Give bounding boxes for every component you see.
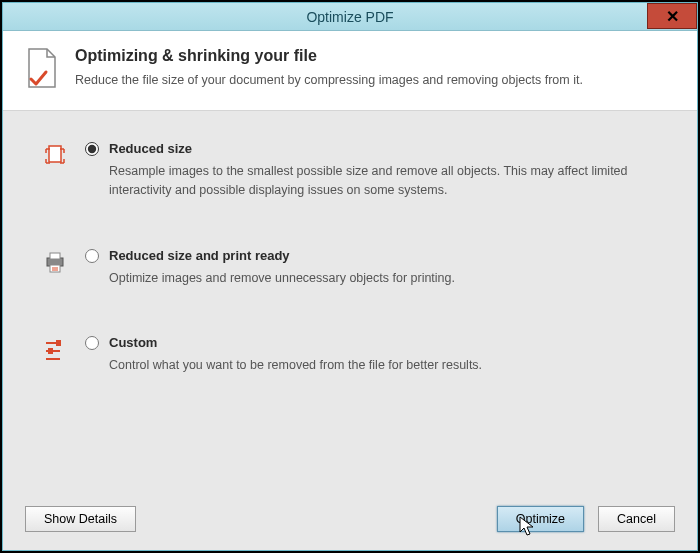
- window-title: Optimize PDF: [3, 9, 697, 25]
- svg-rect-2: [50, 253, 60, 259]
- optimize-pdf-dialog: Optimize PDF ✕ Optimizing & shrinking yo…: [2, 2, 698, 551]
- radio-reduced-size[interactable]: [85, 142, 99, 156]
- radio-custom[interactable]: [85, 336, 99, 350]
- option-label: Custom: [109, 335, 657, 350]
- close-button[interactable]: ✕: [647, 3, 697, 29]
- dialog-heading: Optimizing & shrinking your file: [75, 47, 583, 65]
- dialog-footer: Show Details Optimize Cancel: [3, 494, 697, 550]
- close-icon: ✕: [666, 7, 679, 26]
- svg-rect-9: [48, 348, 53, 354]
- option-description: Optimize images and remove unnecessary o…: [109, 269, 657, 288]
- option-print-ready-click[interactable]: Reduced size and print ready Optimize im…: [109, 248, 657, 288]
- option-custom-click[interactable]: Custom Control what you want to be remov…: [109, 335, 657, 375]
- svg-rect-0: [49, 146, 61, 162]
- dialog-body: Reduced size Resample images to the smal…: [3, 111, 697, 494]
- cancel-button[interactable]: Cancel: [598, 506, 675, 532]
- printer-icon: [43, 248, 67, 288]
- optimize-button[interactable]: Optimize: [497, 506, 584, 532]
- option-reduced-size: Reduced size Resample images to the smal…: [43, 141, 657, 200]
- sliders-icon: [43, 335, 67, 375]
- titlebar: Optimize PDF ✕: [3, 3, 697, 31]
- option-reduced-size-click[interactable]: Reduced size Resample images to the smal…: [109, 141, 657, 200]
- option-description: Resample images to the smallest possible…: [109, 162, 657, 200]
- option-label: Reduced size: [109, 141, 657, 156]
- option-description: Control what you want to be removed from…: [109, 356, 657, 375]
- dialog-subheading: Reduce the file size of your document by…: [75, 73, 583, 87]
- option-label: Reduced size and print ready: [109, 248, 657, 263]
- svg-rect-7: [56, 340, 61, 346]
- option-custom: Custom Control what you want to be remov…: [43, 335, 657, 375]
- radio-print-ready[interactable]: [85, 249, 99, 263]
- dialog-header: Optimizing & shrinking your file Reduce …: [3, 31, 697, 111]
- show-details-button[interactable]: Show Details: [25, 506, 136, 532]
- option-print-ready: Reduced size and print ready Optimize im…: [43, 248, 657, 288]
- document-check-icon: [25, 47, 59, 92]
- compress-page-icon: [43, 141, 67, 200]
